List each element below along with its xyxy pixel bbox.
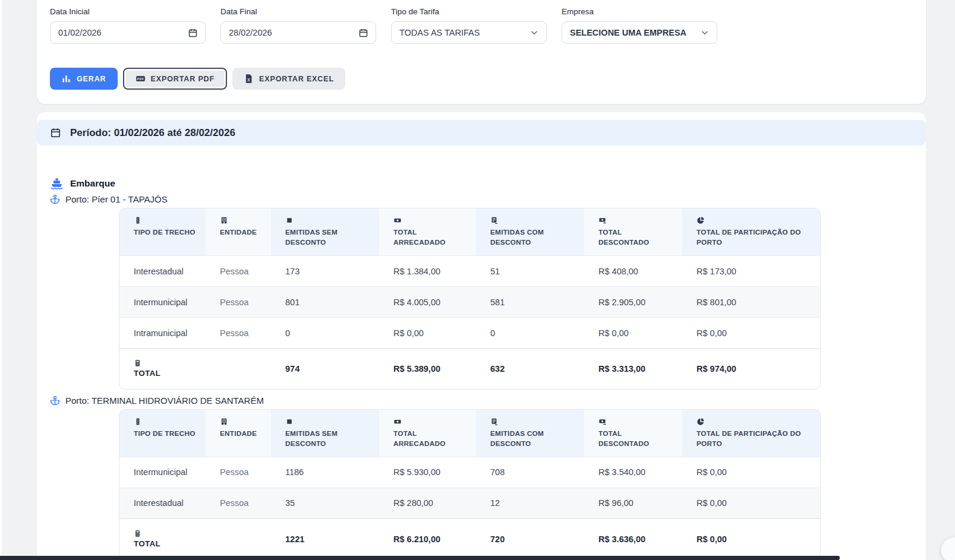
exportar-excel-label: EXPORTAR EXCEL <box>259 75 334 83</box>
report-body: Embarque Porto: Píer 01 - TAPAJÓSTIPO DE… <box>37 176 926 559</box>
table-row: InterestadualPessoa173R$ 1.384,0051R$ 40… <box>119 256 821 287</box>
calendar-icon <box>358 28 368 38</box>
table-cell: R$ 3.540,00 <box>584 457 682 488</box>
table-row: IntramunicipalPessoa0R$ 0,000R$ 0,00R$ 0… <box>119 318 821 349</box>
table-cell: R$ 2.905,00 <box>584 287 682 318</box>
report-card: Período: 01/02/2026 até 28/02/2026 Embar… <box>37 112 926 560</box>
banknote-minus-icon <box>598 216 607 224</box>
tipo-de-tarifa-label: Tipo de Tarifa <box>391 7 547 16</box>
column-header-label: TIPO DE TRECHO <box>134 429 196 438</box>
section-embarque: Embarque <box>50 176 913 190</box>
data-final-date-input[interactable]: 28/02/2026 <box>220 21 376 44</box>
column-header: TOTAL ARRECADADO <box>379 208 476 256</box>
table-cell: 0 <box>476 318 584 349</box>
calendar-icon <box>50 127 61 138</box>
column-header-label: EMITIDAS SEM DESCONTO <box>285 429 338 448</box>
table-cell: 1186 <box>271 457 379 488</box>
total-label-cell: TOTAL <box>119 518 206 559</box>
total-empty-cell <box>206 518 271 559</box>
table-cell: R$ 5.930,00 <box>379 457 476 488</box>
table-cell: R$ 1.384,00 <box>379 256 476 287</box>
bar-chart-icon <box>61 74 71 84</box>
port-table: TIPO DE TRECHOENTIDADEEMITIDAS SEM DESCO… <box>119 409 821 560</box>
main-content: Data Inicial01/02/2026Data Final28/02/20… <box>37 0 926 560</box>
total-value-cell: 632 <box>476 349 584 389</box>
empresa-label: Empresa <box>562 7 717 16</box>
field-data-final: Data Final28/02/2026 <box>220 7 376 44</box>
route-icon <box>134 417 142 426</box>
building-icon <box>220 417 228 426</box>
receipt-icon <box>490 216 499 224</box>
anchor-icon <box>50 194 60 204</box>
excel-icon: X <box>244 74 254 84</box>
table-cell: Pessoa <box>206 488 271 518</box>
left-edge <box>0 0 2 560</box>
total-value-cell: R$ 5.389,00 <box>379 349 476 389</box>
data-inicial-date-input[interactable]: 01/02/2026 <box>50 21 206 44</box>
column-header: ENTIDADE <box>206 410 271 457</box>
column-header: TOTAL DESCONTADO <box>584 410 682 457</box>
receipt-icon <box>490 417 499 426</box>
exportar-pdf-button[interactable]: PDF EXPORTAR PDF <box>123 68 228 90</box>
exportar-excel-button[interactable]: X EXPORTAR EXCEL <box>232 68 345 90</box>
table-cell: 51 <box>476 256 584 287</box>
column-header: ENTIDADE <box>206 208 271 256</box>
pie-chart-icon <box>696 216 705 224</box>
data-inicial-value: 01/02/2026 <box>58 28 102 37</box>
table-cell: Interestadual <box>119 488 206 518</box>
total-label-cell: TOTAL <box>119 349 206 389</box>
field-data-inicial: Data Inicial01/02/2026 <box>50 7 206 44</box>
empresa-select[interactable]: SELECIONE UMA EMPRESA <box>562 21 717 44</box>
gerar-button[interactable]: GERAR <box>50 68 118 90</box>
anchor-icon <box>50 396 60 406</box>
column-header-label: TOTAL DESCONTADO <box>598 429 649 448</box>
port-title: Porto: Píer 01 - TAPAJÓS <box>50 194 913 204</box>
banknote-minus-icon <box>598 417 607 426</box>
table-cell: 801 <box>271 287 379 318</box>
field-tipo-de-tarifa: Tipo de TarifaTODAS AS TARIFAS <box>391 7 547 44</box>
total-value-cell: R$ 3.313,00 <box>584 349 682 389</box>
table-cell: R$ 0,00 <box>379 318 476 349</box>
table-cell: R$ 408,00 <box>584 256 682 287</box>
calculator-icon <box>134 359 141 367</box>
data-final-value: 28/02/2026 <box>229 28 272 37</box>
column-header-label: TIPO DE TRECHO <box>134 228 196 236</box>
total-value-cell: R$ 974,00 <box>682 349 821 389</box>
filter-fields: Data Inicial01/02/2026Data Final28/02/20… <box>50 7 913 44</box>
table-cell: R$ 96,00 <box>584 488 682 518</box>
data-final-label: Data Final <box>220 7 376 16</box>
data-inicial-label: Data Inicial <box>50 7 206 16</box>
port-title-text: Porto: Píer 01 - TAPAJÓS <box>65 194 168 204</box>
column-header-label: ENTIDADE <box>220 429 257 438</box>
table-cell: Interestadual <box>119 256 206 287</box>
total-row: TOTAL974R$ 5.389,00632R$ 3.313,00R$ 974,… <box>119 349 821 389</box>
column-header: EMITIDAS SEM DESCONTO <box>271 410 379 457</box>
calculator-icon <box>134 530 141 537</box>
total-value-cell: 720 <box>476 518 584 559</box>
column-header-label: EMITIDAS COM DESCONTO <box>490 429 544 448</box>
horizontal-scrollbar[interactable] <box>0 556 840 560</box>
banknote-icon <box>393 216 402 224</box>
scroll-top-button[interactable] <box>941 537 955 560</box>
table-cell: R$ 173,00 <box>682 256 821 287</box>
section-title: Embarque <box>70 178 115 189</box>
filter-card: Data Inicial01/02/2026Data Final28/02/20… <box>37 0 926 104</box>
column-header: EMITIDAS COM DESCONTO <box>476 208 584 256</box>
column-header: EMITIDAS COM DESCONTO <box>476 410 584 457</box>
table-cell: 708 <box>476 457 584 488</box>
calendar-icon <box>188 28 198 38</box>
column-header-label: EMITIDAS SEM DESCONTO <box>285 228 338 246</box>
chevron-down-icon <box>700 28 710 37</box>
total-label: TOTAL <box>134 539 197 548</box>
field-empresa: EmpresaSELECIONE UMA EMPRESA <box>562 7 717 44</box>
table-cell: 581 <box>476 287 584 318</box>
table-cell: Pessoa <box>206 318 271 349</box>
exportar-pdf-label: EXPORTAR PDF <box>151 75 215 83</box>
tipo-de-tarifa-select[interactable]: TODAS AS TARIFAS <box>391 21 547 44</box>
pdf-icon: PDF <box>135 74 146 84</box>
table-cell: 12 <box>476 488 584 518</box>
chevron-down-icon <box>529 28 539 37</box>
table-cell: Intermunicipal <box>119 457 206 488</box>
tipo-de-tarifa-value: TODAS AS TARIFAS <box>399 28 480 37</box>
period-text: Período: 01/02/2026 até 28/02/2026 <box>70 127 235 139</box>
